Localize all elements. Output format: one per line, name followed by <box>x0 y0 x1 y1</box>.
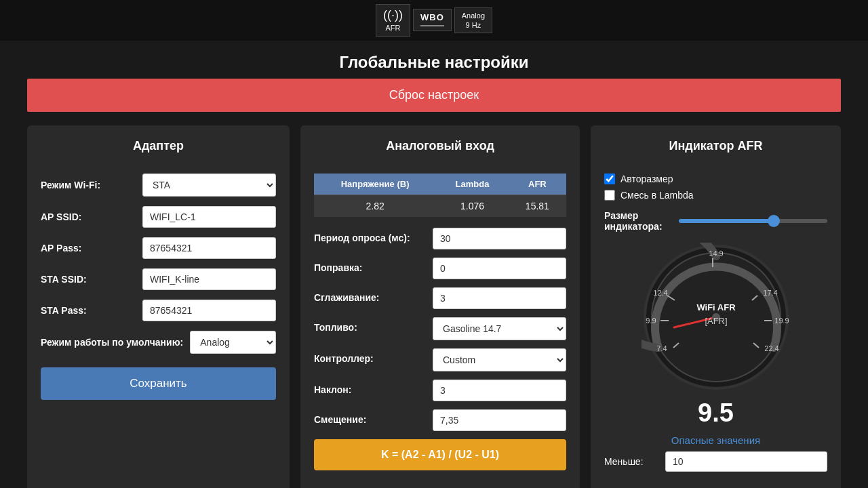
formula-button[interactable]: K = (A2 - A1) / (U2 - U1) <box>314 439 566 470</box>
controller-select[interactable]: Custom LC-1 Innovate <box>433 348 566 371</box>
wifi-afr-icon[interactable]: ((·)) AFR <box>376 4 410 37</box>
analog-table: Напряжение (В) Lambda AFR 2.82 1.076 15.… <box>314 174 566 217</box>
mixture-checkbox[interactable] <box>604 190 615 201</box>
default-mode-row: Режим работы по умолчанию: Analog Lambda… <box>41 331 276 354</box>
svg-text:12.4: 12.4 <box>653 289 667 297</box>
cell-lambda: 1.076 <box>436 195 509 217</box>
offset-label: Смещение: <box>314 409 426 425</box>
col-lambda: Lambda <box>436 174 509 195</box>
sta-ssid-label: STA SSID: <box>41 274 136 285</box>
danger-less-row: Меньше: <box>604 451 827 472</box>
controller-label: Контроллер: <box>314 348 426 364</box>
page-title: Глобальные настройки <box>0 41 868 79</box>
poll-period-input[interactable] <box>433 228 566 249</box>
poll-period-label: Период опроса (мс): <box>314 228 426 243</box>
danger-title[interactable]: Опасные значения <box>604 434 827 446</box>
top-bar: ((·)) AFR WBO Analog 9 Hz <box>0 0 868 41</box>
autosize-label: Авторазмер <box>620 174 673 184</box>
sta-pass-label: STA Pass: <box>41 305 136 316</box>
sta-ssid-input[interactable] <box>142 268 276 290</box>
offset-input[interactable] <box>433 409 566 431</box>
wifi-mode-row: Режим Wi-Fi: STA AP AP+STA <box>41 174 276 197</box>
autosize-row: Авторазмер <box>604 174 827 184</box>
default-mode-label: Режим работы по умолчанию: <box>41 336 183 348</box>
fuel-row: Топливо: Gasoline 14.7 Diesel 14.5 E85 9… <box>314 317 566 340</box>
size-label: Размериндикатора: <box>604 210 672 232</box>
svg-text:14.9: 14.9 <box>709 249 723 258</box>
sta-ssid-row: STA SSID: <box>41 268 276 290</box>
default-mode-select[interactable]: Analog Lambda AFR <box>190 331 276 354</box>
reset-button[interactable]: Сброс настроек <box>27 79 841 112</box>
wifi-mode-select[interactable]: STA AP AP+STA <box>142 174 276 197</box>
analog-icon[interactable]: Analog 9 Hz <box>454 7 492 34</box>
fuel-select[interactable]: Gasoline 14.7 Diesel 14.5 E85 9.8 <box>433 317 566 340</box>
smoothing-input[interactable] <box>433 287 566 309</box>
gauge-svg: 9.9 12.4 14.9 17.4 19.9 22.4 7.4 <box>642 243 791 392</box>
poll-period-row: Период опроса (мс): <box>314 228 566 249</box>
table-row: 2.82 1.076 15.81 <box>314 195 566 217</box>
correction-input[interactable] <box>433 258 566 279</box>
cell-afr: 15.81 <box>509 195 566 217</box>
analog-title: Аналоговый вход <box>314 139 566 160</box>
slope-label: Наклон: <box>314 380 426 395</box>
cell-voltage: 2.82 <box>314 195 436 217</box>
mixture-label: Смесь в Lambda <box>620 190 694 201</box>
slope-row: Наклон: <box>314 380 566 401</box>
adapter-title: Адаптер <box>41 139 276 160</box>
gauge-value: 9.5 <box>604 399 827 428</box>
ap-ssid-label: AP SSID: <box>41 211 136 222</box>
danger-less-input[interactable] <box>665 451 827 472</box>
afr-panel: Индикатор AFR Авторазмер Смесь в Lambda … <box>591 125 841 488</box>
sta-pass-input[interactable] <box>142 300 276 321</box>
wifi-mode-label: Режим Wi-Fi: <box>41 180 136 190</box>
size-slider[interactable] <box>679 219 827 223</box>
panels-container: Адаптер Режим Wi-Fi: STA AP AP+STA AP SS… <box>0 125 868 488</box>
save-button[interactable]: Сохранить <box>41 367 276 400</box>
afr-title: Индикатор AFR <box>604 139 827 160</box>
col-afr: AFR <box>509 174 566 195</box>
wifi-afr-label: AFR <box>383 23 403 33</box>
ap-ssid-input[interactable] <box>142 206 276 228</box>
svg-text:WiFi AFR: WiFi AFR <box>696 302 736 312</box>
ap-pass-input[interactable] <box>142 237 276 259</box>
ap-ssid-row: AP SSID: <box>41 206 276 228</box>
smoothing-row: Сглаживание: <box>314 287 566 309</box>
autosize-checkbox[interactable] <box>604 174 615 184</box>
adapter-panel: Адаптер Режим Wi-Fi: STA AP AP+STA AP SS… <box>27 125 290 488</box>
sta-pass-row: STA Pass: <box>41 300 276 321</box>
svg-text:19.9: 19.9 <box>774 317 789 325</box>
svg-text:9.9: 9.9 <box>646 317 656 325</box>
afr-options: Авторазмер Смесь в Lambda <box>604 174 827 201</box>
svg-text:7.4: 7.4 <box>656 344 667 352</box>
danger-less-label: Меньше: <box>604 456 658 467</box>
svg-text:[AFR]: [AFR] <box>705 316 727 326</box>
wbo-icon[interactable]: WBO <box>413 9 452 31</box>
ap-pass-row: AP Pass: <box>41 237 276 259</box>
smoothing-label: Сглаживание: <box>314 287 426 303</box>
correction-row: Поправка: <box>314 258 566 279</box>
mixture-row: Смесь в Lambda <box>604 190 827 201</box>
gauge-container: 9.9 12.4 14.9 17.4 19.9 22.4 7.4 <box>604 243 827 392</box>
analog-panel: Аналоговый вход Напряжение (В) Lambda AF… <box>300 125 580 488</box>
ap-pass-label: AP Pass: <box>41 243 136 253</box>
controller-row: Контроллер: Custom LC-1 Innovate <box>314 348 566 371</box>
offset-row: Смещение: <box>314 409 566 431</box>
fuel-label: Топливо: <box>314 317 426 333</box>
svg-text:22.4: 22.4 <box>764 344 778 352</box>
svg-text:17.4: 17.4 <box>763 289 777 297</box>
size-row: Размериндикатора: <box>604 210 827 232</box>
col-voltage: Напряжение (В) <box>314 174 436 195</box>
slope-input[interactable] <box>433 380 566 401</box>
correction-label: Поправка: <box>314 258 426 273</box>
